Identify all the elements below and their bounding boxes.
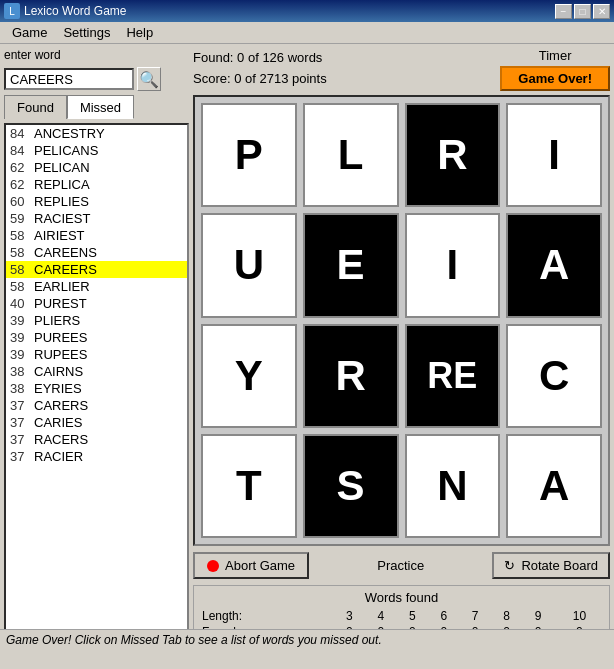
- board-cell[interactable]: E: [303, 213, 399, 317]
- right-panel: Found: 0 of 126 words Score: 0 of 2713 p…: [193, 48, 610, 645]
- list-item[interactable]: 62REPLICA: [6, 176, 187, 193]
- board-cell[interactable]: R: [405, 103, 501, 207]
- close-button[interactable]: ✕: [593, 4, 610, 19]
- length-header: 6: [428, 608, 459, 624]
- length-label: Length:: [198, 608, 334, 624]
- title-bar-left: L Lexico Word Game: [4, 3, 127, 19]
- window-controls: − □ ✕: [555, 4, 610, 19]
- length-header: 7: [459, 608, 490, 624]
- input-row: 🔍: [4, 67, 189, 91]
- list-item[interactable]: 59RACIEST: [6, 210, 187, 227]
- status-bar: Game Over! Click on Missed Tab to see a …: [0, 629, 614, 649]
- list-item[interactable]: 58CAREERS: [6, 261, 187, 278]
- list-item[interactable]: 39RUPEES: [6, 346, 187, 363]
- found-text: Found: 0 of 126 words: [193, 48, 327, 69]
- enter-word-label: enter word: [4, 48, 189, 62]
- left-panel: enter word 🔍 Found Missed 84ANCESTRY84PE…: [4, 48, 189, 645]
- abort-icon: [207, 560, 219, 572]
- list-item[interactable]: 62PELICAN: [6, 159, 187, 176]
- status-text: Game Over! Click on Missed Tab to see a …: [6, 633, 382, 647]
- list-item[interactable]: 40PUREST: [6, 295, 187, 312]
- menu-help[interactable]: Help: [118, 23, 161, 42]
- practice-label: Practice: [377, 558, 424, 573]
- board-cell[interactable]: I: [506, 103, 602, 207]
- timer-label: Timer: [539, 48, 572, 63]
- length-header: 10: [554, 608, 605, 624]
- rotate-button[interactable]: ↻ Rotate Board: [492, 552, 610, 579]
- length-header: 8: [491, 608, 522, 624]
- length-header: 4: [365, 608, 396, 624]
- menu-settings[interactable]: Settings: [55, 23, 118, 42]
- list-item[interactable]: 39PLIERS: [6, 312, 187, 329]
- abort-button[interactable]: Abort Game: [193, 552, 309, 579]
- board-cell[interactable]: U: [201, 213, 297, 317]
- board-cell[interactable]: Y: [201, 324, 297, 428]
- board-cell[interactable]: T: [201, 434, 297, 538]
- board-cell[interactable]: R: [303, 324, 399, 428]
- list-item[interactable]: 39PUREES: [6, 329, 187, 346]
- menu-game[interactable]: Game: [4, 23, 55, 42]
- action-row: Abort Game Practice ↻ Rotate Board: [193, 550, 610, 581]
- length-header: 9: [522, 608, 553, 624]
- board-cell[interactable]: C: [506, 324, 602, 428]
- length-header: 5: [397, 608, 428, 624]
- title-bar: L Lexico Word Game − □ ✕: [0, 0, 614, 22]
- list-item[interactable]: 37RACIER: [6, 448, 187, 465]
- list-item[interactable]: 38EYRIES: [6, 380, 187, 397]
- found-score: Found: 0 of 126 words Score: 0 of 2713 p…: [193, 48, 327, 90]
- list-item[interactable]: 58AIRIEST: [6, 227, 187, 244]
- game-over-button[interactable]: Game Over!: [500, 66, 610, 91]
- board-cell[interactable]: S: [303, 434, 399, 538]
- list-item[interactable]: 37RACERS: [6, 431, 187, 448]
- list-item[interactable]: 37CARERS: [6, 397, 187, 414]
- minimize-button[interactable]: −: [555, 4, 572, 19]
- length-header: 3: [334, 608, 365, 624]
- rotate-label: Rotate Board: [521, 558, 598, 573]
- tabs: Found Missed: [4, 95, 189, 119]
- window-title: Lexico Word Game: [24, 4, 127, 18]
- list-item[interactable]: 60REPLIES: [6, 193, 187, 210]
- board-cell[interactable]: RE: [405, 324, 501, 428]
- game-board[interactable]: PLRIUEIAYRRECTSNA: [193, 95, 610, 546]
- go-button[interactable]: 🔍: [137, 67, 161, 91]
- list-item[interactable]: 84ANCESTRY: [6, 125, 187, 142]
- list-item[interactable]: 58CAREENS: [6, 244, 187, 261]
- abort-label: Abort Game: [225, 558, 295, 573]
- tab-missed[interactable]: Missed: [67, 95, 134, 119]
- score-text: Score: 0 of 2713 points: [193, 69, 327, 90]
- tab-found[interactable]: Found: [4, 95, 67, 119]
- main-content: enter word 🔍 Found Missed 84ANCESTRY84PE…: [0, 44, 614, 649]
- words-found-title: Words found: [198, 590, 605, 605]
- board-cell[interactable]: N: [405, 434, 501, 538]
- board-cell[interactable]: A: [506, 213, 602, 317]
- board-cell[interactable]: I: [405, 213, 501, 317]
- board-cell[interactable]: A: [506, 434, 602, 538]
- list-item[interactable]: 84PELICANS: [6, 142, 187, 159]
- list-item[interactable]: 37CARIES: [6, 414, 187, 431]
- board-cell[interactable]: L: [303, 103, 399, 207]
- app-icon: L: [4, 3, 20, 19]
- rotate-icon: ↻: [504, 558, 515, 573]
- word-list[interactable]: 84ANCESTRY84PELICANS62PELICAN62REPLICA60…: [6, 125, 187, 643]
- list-item[interactable]: 38CAIRNS: [6, 363, 187, 380]
- list-item[interactable]: 58EARLIER: [6, 278, 187, 295]
- menu-bar: Game Settings Help: [0, 22, 614, 44]
- timer-section: Timer Game Over!: [500, 48, 610, 91]
- top-info: Found: 0 of 126 words Score: 0 of 2713 p…: [193, 48, 610, 91]
- word-input[interactable]: [4, 68, 134, 90]
- word-list-container: 84ANCESTRY84PELICANS62PELICAN62REPLICA60…: [4, 123, 189, 645]
- maximize-button[interactable]: □: [574, 4, 591, 19]
- board-cell[interactable]: P: [201, 103, 297, 207]
